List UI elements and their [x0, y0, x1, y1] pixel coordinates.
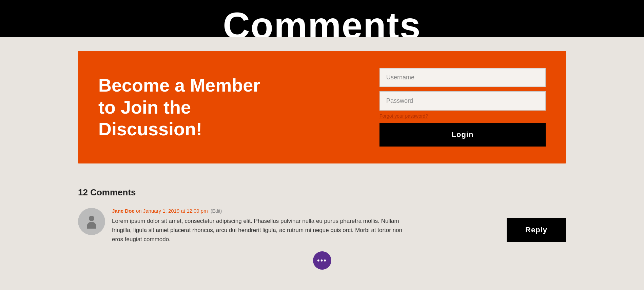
comment-date: on January 1, 2019 at 12:00 pm — [136, 208, 208, 214]
reply-button[interactable]: Reply — [507, 218, 566, 242]
comment-edit-link[interactable]: (Edit) — [211, 208, 222, 214]
comment-meta: Jane Doe on January 1, 2019 at 12:00 pm … — [112, 208, 566, 214]
comment-text: Lorem ipsum dolor sit amet, consectetur … — [112, 216, 410, 244]
membership-form: Forgot your password? Login — [379, 68, 546, 147]
comments-section: 12 Comments Jane Doe on January 1, 2019 … — [78, 184, 566, 244]
floating-dots-button[interactable]: ••• — [313, 251, 331, 270]
comment-content: Jane Doe on January 1, 2019 at 12:00 pm … — [112, 208, 566, 244]
page-title: Comments — [223, 7, 421, 37]
avatar — [78, 208, 105, 235]
membership-card: Become a Member to Join the Discussion! … — [78, 51, 566, 163]
header-band: Comments — [0, 0, 644, 37]
dots-icon: ••• — [317, 257, 327, 264]
comment-item: Jane Doe on January 1, 2019 at 12:00 pm … — [78, 208, 566, 244]
membership-heading: Become a Member to Join the Discussion! — [98, 74, 275, 140]
comments-count: 12 Comments — [78, 187, 566, 198]
username-input[interactable] — [379, 68, 546, 87]
comment-author: Jane Doe — [112, 208, 135, 214]
password-input[interactable] — [379, 91, 546, 111]
person-silhouette-icon — [84, 214, 99, 229]
login-button[interactable]: Login — [379, 123, 546, 147]
main-content: Become a Member to Join the Discussion! … — [0, 37, 644, 258]
forgot-password-link[interactable]: Forgot your password? — [379, 113, 546, 119]
